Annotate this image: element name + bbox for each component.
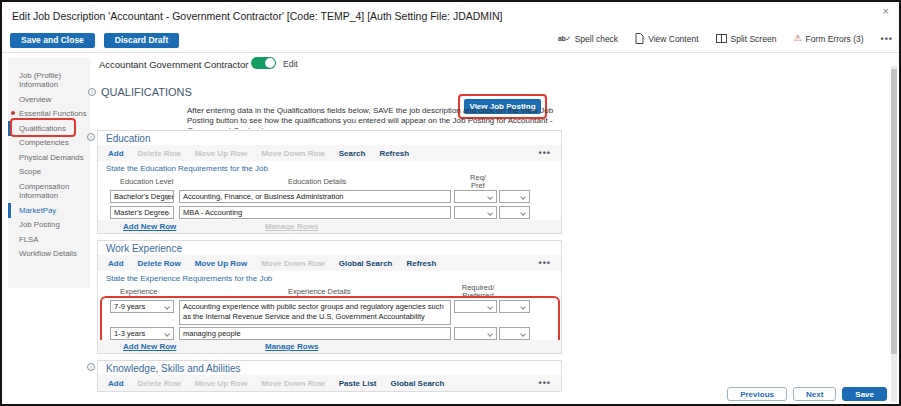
window-title: Edit Job Description 'Accountant - Gover… xyxy=(12,10,503,22)
add-new-row-link[interactable]: Add New Row xyxy=(123,222,176,231)
ksa-section: Knowledge, Skills and Abilities Add Dele… xyxy=(97,360,562,392)
refresh-button[interactable]: Refresh xyxy=(407,259,437,268)
sidebar-item-scope[interactable]: Scope xyxy=(8,165,90,180)
work-experience-toolbar: Add Delete Row Move Up Row Move Down Row… xyxy=(98,255,561,271)
sidebar-item-workflow-details[interactable]: Workflow Details xyxy=(8,247,90,262)
qualifications-section-title: QUALIFICATIONS xyxy=(101,86,192,98)
experience-years-select[interactable]: 1-3 years xyxy=(110,327,174,340)
paste-list-button[interactable]: Paste List xyxy=(339,379,377,388)
discard-draft-button[interactable]: Discard Draft xyxy=(104,33,179,48)
more-options-icon[interactable]: ••• xyxy=(539,258,551,268)
column-education-level: Education Level xyxy=(120,177,173,186)
education-details-input[interactable] xyxy=(179,206,451,219)
education-level-select[interactable]: Master's Degree xyxy=(110,206,174,219)
req-pref-select[interactable] xyxy=(454,190,497,203)
close-icon[interactable]: × xyxy=(883,5,889,17)
add-new-row-link[interactable]: Add New Row xyxy=(123,342,176,351)
title-bar: Edit Job Description 'Accountant - Gover… xyxy=(2,2,899,30)
column-experience-details: Experience Details xyxy=(288,287,351,296)
required-preferred-select[interactable] xyxy=(499,300,530,313)
experience-years-select[interactable]: 7-9 years xyxy=(110,300,174,313)
sidebar-item-compensation-information[interactable]: Compensation Information xyxy=(8,179,90,203)
required-preferred-select[interactable] xyxy=(454,327,497,340)
document-icon xyxy=(635,33,644,44)
utility-toolbar: ab✓ Spell check View Content Split Scree… xyxy=(558,33,893,44)
education-toolbar: Add Delete Row Move Up Row Move Down Row… xyxy=(98,145,561,161)
delete-row-button[interactable]: Delete Row xyxy=(138,259,181,268)
move-down-row-button: Move Down Row xyxy=(261,259,325,268)
education-section: Education Add Delete Row Move Up Row Mov… xyxy=(97,130,562,234)
header-divider xyxy=(2,52,899,53)
info-icon: i xyxy=(87,363,95,371)
sidebar-item-overview[interactable]: Overview xyxy=(8,92,90,107)
sidebar-item-job-posting[interactable]: Job Posting xyxy=(8,218,90,233)
spell-check-button[interactable]: ab✓ Spell check xyxy=(558,34,618,44)
split-screen-label: Split Screen xyxy=(731,34,777,44)
sidebar-item-competencies[interactable]: Competencies xyxy=(8,136,90,151)
add-button[interactable]: Add xyxy=(108,149,124,158)
global-search-button[interactable]: Global Search xyxy=(339,259,393,268)
global-search-button[interactable]: Global Search xyxy=(391,379,445,388)
manage-rows-link[interactable]: Manage Rows xyxy=(265,342,318,351)
app-window: Edit Job Description 'Accountant - Gover… xyxy=(0,0,901,406)
work-experience-column-headers: Experience Experience Details Required/ … xyxy=(98,284,561,300)
move-up-row-button[interactable]: Move Up Row xyxy=(195,259,247,268)
search-button[interactable]: Search xyxy=(339,149,366,158)
more-options-icon[interactable]: ••• xyxy=(539,148,551,158)
required-preferred-select[interactable] xyxy=(499,327,530,340)
experience-details-input[interactable] xyxy=(179,327,451,340)
req-pref-select[interactable] xyxy=(499,206,530,219)
split-screen-button[interactable]: Split Screen xyxy=(716,34,777,44)
info-icon: i xyxy=(88,88,96,96)
work-experience-section-title: Work Experience xyxy=(98,241,561,255)
education-details-input[interactable] xyxy=(179,190,451,203)
more-options-icon[interactable]: ••• xyxy=(539,378,551,388)
previous-button[interactable]: Previous xyxy=(727,387,787,401)
sidebar-item-essential-functions[interactable]: Essential Functions xyxy=(8,107,90,122)
education-level-select[interactable]: Bachelor's Degree xyxy=(110,190,174,203)
wizard-navigation: Previous Next Save xyxy=(727,387,887,401)
move-up-row-button: Move Up Row xyxy=(195,379,247,388)
form-errors-label: Form Errors (3) xyxy=(805,34,863,44)
ksa-section-title: Knowledge, Skills and Abilities xyxy=(98,361,561,375)
next-button[interactable]: Next xyxy=(793,387,836,401)
education-footer: Add New Row Manage Rows xyxy=(98,220,561,233)
view-content-button[interactable]: View Content xyxy=(635,33,698,44)
education-hint: State the Education Requirements for the… xyxy=(98,161,561,174)
column-required-preferred: Required/ Preferred xyxy=(456,284,500,299)
add-button[interactable]: Add xyxy=(108,259,124,268)
vertical-scrollbar[interactable] xyxy=(891,66,897,402)
refresh-button[interactable]: Refresh xyxy=(379,149,409,158)
delete-row-button: Delete Row xyxy=(138,149,181,158)
req-pref-select[interactable] xyxy=(454,206,497,219)
move-down-row-button: Move Down Row xyxy=(261,379,325,388)
scrollbar-thumb[interactable] xyxy=(891,69,897,354)
education-row: Bachelor's Degree xyxy=(98,190,561,206)
move-down-row-button: Move Down Row xyxy=(261,149,325,158)
sidebar-item-flsa[interactable]: FLSA xyxy=(8,232,90,247)
add-button[interactable]: Add xyxy=(108,379,124,388)
red-bullet-icon xyxy=(11,111,15,115)
sidebar-item-physical-demands[interactable]: Physical Demands xyxy=(8,150,90,165)
more-options-icon[interactable]: ••• xyxy=(881,34,893,44)
sidebar-item-qualifications[interactable]: Qualifications xyxy=(8,121,90,136)
spell-check-label: Spell check xyxy=(575,34,618,44)
experience-details-textarea[interactable]: Accounting experience with public sector… xyxy=(179,300,451,325)
save-button[interactable]: Save xyxy=(842,387,887,401)
ksa-toolbar: Add Delete Row Move Up Row Move Down Row… xyxy=(98,375,561,391)
edit-toggle[interactable] xyxy=(251,57,276,69)
form-errors-button[interactable]: ⚠ Form Errors (3) xyxy=(793,34,863,44)
qualifications-instructions: After entering data in the Qualification… xyxy=(187,106,561,129)
req-pref-select[interactable] xyxy=(499,190,530,203)
sidebar-item-job-profile-information[interactable]: Job (Profile) Information xyxy=(8,68,90,92)
column-education-details: Education Details xyxy=(288,177,346,186)
sidebar-item-marketpay[interactable]: MarketPay xyxy=(8,203,90,218)
manage-rows-link: Manage Rows xyxy=(265,222,318,231)
save-and-close-button[interactable]: Save and Close xyxy=(10,33,95,48)
sidebar-nav: Job (Profile) Information Overview Essen… xyxy=(8,58,90,288)
education-column-headers: Education Level Education Details Req/ P… xyxy=(98,174,561,190)
split-screen-icon xyxy=(716,34,727,43)
column-req-pref: Req/ Pref xyxy=(456,174,500,189)
edit-toggle-label: Edit xyxy=(283,59,298,69)
required-preferred-select[interactable] xyxy=(454,300,497,313)
